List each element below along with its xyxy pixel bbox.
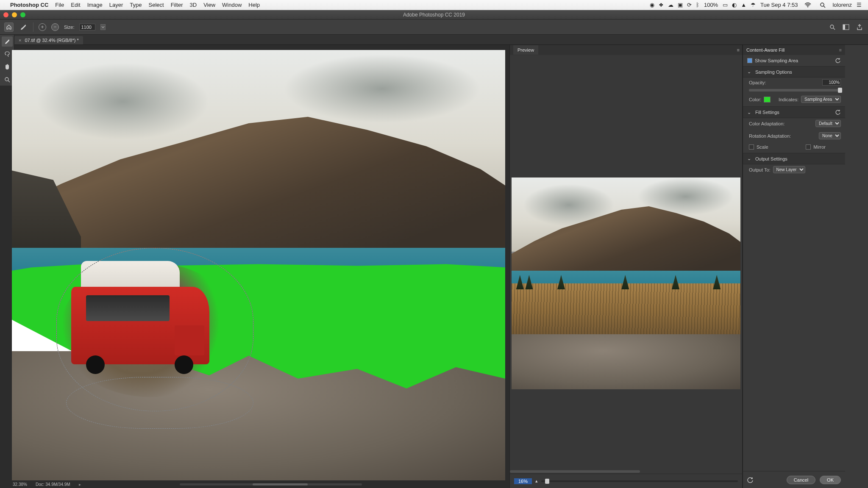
sampling-color-swatch[interactable] <box>764 97 771 103</box>
size-dropdown-button[interactable] <box>100 24 106 30</box>
menu-view[interactable]: View <box>203 2 215 8</box>
show-sampling-checkbox[interactable] <box>747 58 752 63</box>
options-bar: ＋ － Size: <box>0 19 868 35</box>
hand-tool[interactable] <box>2 62 13 72</box>
status-cc-icon[interactable]: ▣ <box>678 2 683 8</box>
home-button[interactable] <box>4 22 14 32</box>
status-umbrella-icon[interactable]: ☂︎ <box>751 2 756 8</box>
menu-file[interactable]: File <box>55 2 64 8</box>
user-name[interactable]: lolorenz <box>832 2 852 8</box>
arrange-icon[interactable] <box>842 23 850 31</box>
clock[interactable]: Tue Sep 4 7:53 <box>760 2 798 8</box>
traffic-lights <box>3 12 25 17</box>
menu-image[interactable]: Image <box>87 2 103 8</box>
size-label: Size: <box>64 25 74 30</box>
cancel-button[interactable]: Cancel <box>787 476 815 484</box>
menu-type[interactable]: Type <box>130 2 142 8</box>
panel-menu-icon[interactable]: ≡ <box>839 47 842 53</box>
zoom-tool[interactable] <box>2 75 13 85</box>
menu-select[interactable]: Select <box>148 2 164 8</box>
battery-icon[interactable]: ▭ <box>723 2 728 8</box>
menu-layer[interactable]: Layer <box>109 2 123 8</box>
zoom-window-button[interactable] <box>20 12 25 17</box>
preview-tab[interactable]: Preview <box>513 45 538 55</box>
menu-help[interactable]: Help <box>248 2 260 8</box>
svg-point-7 <box>5 78 8 81</box>
opacity-label: Opacity: <box>749 80 766 85</box>
reset-fill-button[interactable] <box>835 109 841 115</box>
output-settings-header[interactable]: ⌄ Output Settings <box>743 153 845 164</box>
scale-label: Scale <box>757 144 768 150</box>
status-bar: 32.38% Doc: 34.9M/34.9M ▸ <box>5 480 505 488</box>
selection-marquee-2 <box>66 377 253 429</box>
preview-zoom-input[interactable] <box>514 478 532 484</box>
status-dropbox-icon[interactable]: ❖ <box>659 2 664 8</box>
svg-line-8 <box>8 80 10 82</box>
svg-point-3 <box>830 25 834 28</box>
window-title: Adobe Photoshop CC 2019 <box>403 12 465 18</box>
close-window-button[interactable] <box>3 12 8 17</box>
scale-checkbox[interactable] <box>749 144 754 150</box>
horizontal-scrollbar[interactable] <box>180 483 362 485</box>
fill-settings-header[interactable]: ⌄ Fill Settings <box>743 106 845 118</box>
zoom-out-icon[interactable]: ▴ <box>535 478 538 484</box>
sampling-brush-tool[interactable] <box>2 36 13 47</box>
svg-line-2 <box>823 6 825 8</box>
doc-size: Doc: 34.9M/34.9M <box>36 482 70 487</box>
status-hat-icon[interactable]: ▲ <box>741 2 746 8</box>
preview-viewport[interactable] <box>510 55 742 469</box>
mirror-checkbox[interactable] <box>806 144 811 150</box>
app-name[interactable]: Photoshop CC <box>10 2 48 8</box>
wifi-icon[interactable] <box>802 3 813 8</box>
menu-list-icon[interactable]: ☰ <box>857 2 862 8</box>
output-to-label: Output To: <box>749 167 771 172</box>
show-sampling-label: Show Sampling Area <box>755 58 798 63</box>
menu-filter[interactable]: Filter <box>171 2 183 8</box>
indicates-select[interactable]: Sampling Area <box>801 96 841 103</box>
menu-3d[interactable]: 3D <box>190 2 197 8</box>
reset-all-button[interactable] <box>747 477 754 483</box>
status-sync-icon[interactable]: ⟳ <box>687 2 692 8</box>
main-area: 32.38% Doc: 34.9M/34.9M ▸ Preview ≡ <box>0 45 868 488</box>
zoom-level[interactable]: 32.38% <box>13 482 27 487</box>
minimize-window-button[interactable] <box>12 12 17 17</box>
color-adapt-select[interactable]: Default <box>815 120 841 127</box>
output-to-select[interactable]: New Layer <box>773 166 805 173</box>
canvas-area: 32.38% Doc: 34.9M/34.9M ▸ <box>0 45 505 488</box>
preview-zoom-slider[interactable] <box>541 480 738 482</box>
panel-menu-icon[interactable]: ≡ <box>737 47 740 53</box>
preview-scrollbar[interactable] <box>510 469 742 474</box>
rotation-adapt-label: Rotation Adaptation: <box>749 133 791 139</box>
brush-size-input[interactable] <box>79 24 95 30</box>
add-mode-button[interactable]: ＋ <box>39 23 46 31</box>
svg-line-4 <box>833 28 835 30</box>
svg-point-0 <box>807 6 808 7</box>
indicates-label: Indicates: <box>779 97 798 102</box>
svg-point-1 <box>821 3 824 6</box>
opacity-input[interactable] <box>822 79 841 86</box>
document-tab[interactable]: × 07.tif @ 32.4% (RGB/8*) * <box>14 36 83 44</box>
document-tab-label: 07.tif @ 32.4% (RGB/8*) * <box>25 38 78 43</box>
sampling-options-header[interactable]: ⌄ Sampling Options <box>743 66 845 78</box>
close-tab-icon[interactable]: × <box>19 38 21 43</box>
opacity-slider[interactable] <box>749 89 841 92</box>
canvas[interactable] <box>12 50 505 480</box>
battery-pct: 100% <box>704 2 718 8</box>
menu-edit[interactable]: Edit <box>71 2 80 8</box>
lasso-tool[interactable] <box>2 49 13 59</box>
tool-brush-indicator <box>19 22 28 32</box>
ok-button[interactable]: OK <box>820 476 841 484</box>
share-icon[interactable] <box>855 23 864 31</box>
subtract-mode-button[interactable]: － <box>51 23 59 31</box>
menu-window[interactable]: Window <box>222 2 242 8</box>
status-cloud-icon[interactable]: ☁︎ <box>668 2 673 8</box>
status-bluetooth-icon[interactable]: ᛒ <box>696 2 699 8</box>
svg-rect-6 <box>843 25 845 30</box>
status-spy-icon[interactable]: ◐ <box>732 2 737 8</box>
rotation-adapt-select[interactable]: None <box>819 132 841 139</box>
window-titlebar: Adobe Photoshop CC 2019 <box>0 10 868 19</box>
spotlight-icon[interactable] <box>818 2 828 8</box>
status-shield-icon[interactable]: ◉ <box>650 2 654 8</box>
search-icon[interactable] <box>828 23 837 31</box>
reset-sampling-button[interactable] <box>835 58 841 64</box>
